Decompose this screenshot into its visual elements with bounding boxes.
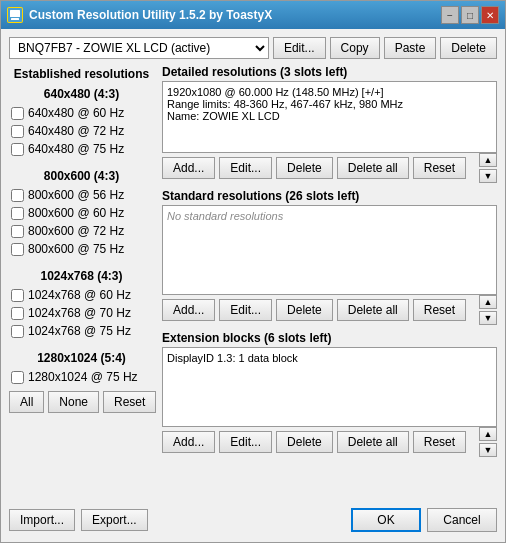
detailed-edit-button[interactable]: Edit... [219, 157, 272, 179]
label-1024-70[interactable]: 1024x768 @ 70 Hz [28, 306, 131, 320]
checkbox-1024-60[interactable] [11, 289, 24, 302]
label-1280-75[interactable]: 1280x1024 @ 75 Hz [28, 370, 138, 384]
detailed-section: Detailed resolutions (3 slots left) 1920… [162, 65, 497, 183]
label-640-72[interactable]: 640x480 @ 72 Hz [28, 124, 124, 138]
extension-delete-all-button[interactable]: Delete all [337, 431, 409, 453]
extension-reset-button[interactable]: Reset [413, 431, 466, 453]
standard-delete-all-button[interactable]: Delete all [337, 299, 409, 321]
standard-content: No standard resolutions [167, 210, 283, 222]
group-1024-title: 1024x768 (4:3) [9, 267, 154, 285]
reset-established-button[interactable]: Reset [103, 391, 156, 413]
checkbox-640-60[interactable] [11, 107, 24, 120]
minimize-button[interactable]: − [441, 6, 459, 24]
none-button[interactable]: None [48, 391, 99, 413]
list-item: 1280x1024 @ 75 Hz [9, 369, 154, 385]
label-800-60[interactable]: 800x600 @ 60 Hz [28, 206, 124, 220]
list-item: 800x600 @ 60 Hz [9, 205, 154, 221]
extension-edit-button[interactable]: Edit... [219, 431, 272, 453]
detailed-add-button[interactable]: Add... [162, 157, 215, 179]
standard-reset-button[interactable]: Reset [413, 299, 466, 321]
label-1024-75[interactable]: 1024x768 @ 75 Hz [28, 324, 131, 338]
footer-left: Import... Export... [9, 509, 148, 531]
standard-arrow-buttons: ▲ ▼ [479, 295, 497, 325]
export-button[interactable]: Export... [81, 509, 148, 531]
title-bar-left: Custom Resolution Utility 1.5.2 by Toast… [7, 7, 272, 23]
label-800-72[interactable]: 800x600 @ 72 Hz [28, 224, 124, 238]
extension-buttons: Add... Edit... Delete Delete all Reset ▲… [162, 427, 497, 457]
detailed-title: Detailed resolutions (3 slots left) [162, 65, 497, 79]
label-800-75[interactable]: 800x600 @ 75 Hz [28, 242, 124, 256]
detailed-content: 1920x1080 @ 60.000 Hz (148.50 MHz) [+/+]… [167, 86, 403, 122]
main-window: Custom Resolution Utility 1.5.2 by Toast… [0, 0, 506, 543]
standard-edit-button[interactable]: Edit... [219, 299, 272, 321]
checkbox-640-75[interactable] [11, 143, 24, 156]
list-item: 640x480 @ 75 Hz [9, 141, 154, 157]
extension-arrow-buttons: ▲ ▼ [479, 427, 497, 457]
checkbox-1280-75[interactable] [11, 371, 24, 384]
detailed-up-button[interactable]: ▲ [479, 153, 497, 167]
cancel-button[interactable]: Cancel [427, 508, 497, 532]
maximize-button[interactable]: □ [461, 6, 479, 24]
delete-button[interactable]: Delete [440, 37, 497, 59]
extension-content-box[interactable]: DisplayID 1.3: 1 data block [162, 347, 497, 427]
label-800-56[interactable]: 800x600 @ 56 Hz [28, 188, 124, 202]
paste-button[interactable]: Paste [384, 37, 437, 59]
list-item: 800x600 @ 75 Hz [9, 241, 154, 257]
checkbox-800-56[interactable] [11, 189, 24, 202]
title-bar: Custom Resolution Utility 1.5.2 by Toast… [1, 1, 505, 29]
main-area: Established resolutions 640x480 (4:3) 64… [9, 65, 497, 498]
checkbox-800-72[interactable] [11, 225, 24, 238]
standard-up-button[interactable]: ▲ [479, 295, 497, 309]
detailed-reset-button[interactable]: Reset [413, 157, 466, 179]
ok-button[interactable]: OK [351, 508, 421, 532]
window-title: Custom Resolution Utility 1.5.2 by Toast… [29, 8, 272, 22]
checkbox-640-72[interactable] [11, 125, 24, 138]
svg-rect-1 [10, 10, 20, 17]
extension-down-button[interactable]: ▼ [479, 443, 497, 457]
detailed-delete-all-button[interactable]: Delete all [337, 157, 409, 179]
extension-title: Extension blocks (6 slots left) [162, 331, 497, 345]
detailed-delete-button[interactable]: Delete [276, 157, 333, 179]
close-button[interactable]: ✕ [481, 6, 499, 24]
top-bar: BNQ7FB7 - ZOWIE XL LCD (active) Edit... … [9, 37, 497, 59]
checkbox-800-75[interactable] [11, 243, 24, 256]
label-640-60[interactable]: 640x480 @ 60 Hz [28, 106, 124, 120]
detailed-content-box[interactable]: 1920x1080 @ 60.000 Hz (148.50 MHz) [+/+]… [162, 81, 497, 153]
standard-section: Standard resolutions (26 slots left) No … [162, 189, 497, 325]
monitor-select[interactable]: BNQ7FB7 - ZOWIE XL LCD (active) [9, 37, 269, 59]
copy-button[interactable]: Copy [330, 37, 380, 59]
app-icon [7, 7, 23, 23]
label-640-75[interactable]: 640x480 @ 75 Hz [28, 142, 124, 156]
content-area: BNQ7FB7 - ZOWIE XL LCD (active) Edit... … [1, 29, 505, 542]
extension-section: Extension blocks (6 slots left) DisplayI… [162, 331, 497, 457]
detailed-buttons: Add... Edit... Delete Delete all Reset ▲… [162, 153, 497, 183]
extension-delete-button[interactable]: Delete [276, 431, 333, 453]
standard-delete-button[interactable]: Delete [276, 299, 333, 321]
import-button[interactable]: Import... [9, 509, 75, 531]
list-item: 1024x768 @ 75 Hz [9, 323, 154, 339]
title-buttons: − □ ✕ [441, 6, 499, 24]
list-item: 640x480 @ 60 Hz [9, 105, 154, 121]
edit-button[interactable]: Edit... [273, 37, 326, 59]
all-button[interactable]: All [9, 391, 44, 413]
detailed-down-button[interactable]: ▼ [479, 169, 497, 183]
group-800-title: 800x600 (4:3) [9, 167, 154, 185]
extension-content: DisplayID 1.3: 1 data block [167, 352, 298, 364]
standard-content-box[interactable]: No standard resolutions [162, 205, 497, 295]
list-item: 800x600 @ 56 Hz [9, 187, 154, 203]
right-panel: Detailed resolutions (3 slots left) 1920… [162, 65, 497, 498]
standard-add-button[interactable]: Add... [162, 299, 215, 321]
extension-add-button[interactable]: Add... [162, 431, 215, 453]
checkbox-800-60[interactable] [11, 207, 24, 220]
label-1024-60[interactable]: 1024x768 @ 60 Hz [28, 288, 131, 302]
checkbox-1024-75[interactable] [11, 325, 24, 338]
checkbox-1024-70[interactable] [11, 307, 24, 320]
standard-title: Standard resolutions (26 slots left) [162, 189, 497, 203]
list-item: 1024x768 @ 60 Hz [9, 287, 154, 303]
extension-up-button[interactable]: ▲ [479, 427, 497, 441]
footer: Import... Export... OK Cancel [9, 504, 497, 534]
list-item: 1024x768 @ 70 Hz [9, 305, 154, 321]
left-bottom-buttons: All None Reset [9, 391, 154, 413]
standard-down-button[interactable]: ▼ [479, 311, 497, 325]
detailed-arrow-buttons: ▲ ▼ [479, 153, 497, 183]
